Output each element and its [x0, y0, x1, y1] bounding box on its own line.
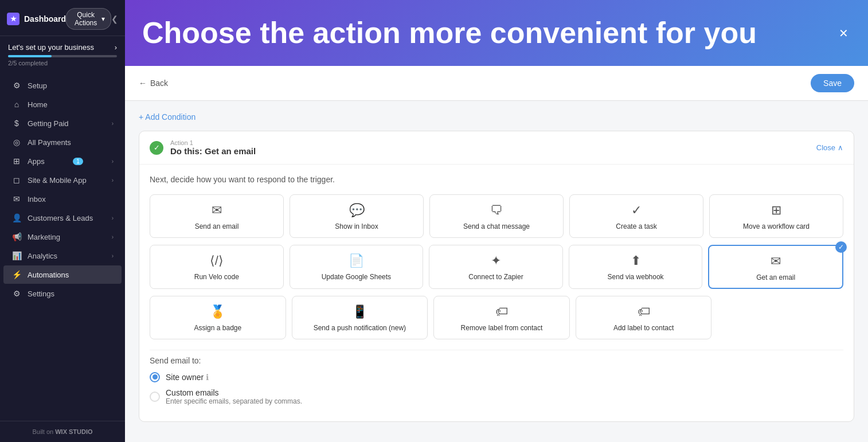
sidebar-item-analytics[interactable]: 📊 Analytics ›	[3, 247, 122, 265]
action-title-group: Action 1 Do this: Get an email	[170, 139, 256, 156]
action-close-button[interactable]: Close ∧	[816, 143, 843, 152]
connect-zapier-label: Connect to Zapier	[468, 273, 523, 282]
close-label: Close	[816, 143, 835, 152]
workflow-topbar: ← Back Save	[125, 66, 868, 101]
overlay-banner: Choose the action more convenient for yo…	[125, 0, 868, 66]
sidebar-item-setup[interactable]: ⚙ Setup	[3, 76, 122, 95]
action-grid: ✉ Send an email 💬 Show in Inbox 🗨 Send a…	[150, 194, 843, 339]
setup-progress-fill	[8, 55, 52, 57]
save-button[interactable]: Save	[811, 74, 854, 92]
create-task-label: Create a task	[616, 222, 656, 232]
home-icon: ⌂	[11, 100, 22, 109]
sidebar-item-label: Automations	[28, 271, 69, 279]
back-button[interactable]: ← Back	[139, 79, 168, 88]
send-email-section: Send email to: Site owner ℹ Custom email…	[150, 350, 843, 405]
sidebar-item-apps[interactable]: ⊞ Apps 1 ›	[3, 152, 122, 170]
sidebar-item-label: Getting Paid	[28, 119, 69, 128]
quick-actions-chevron: ▾	[101, 15, 105, 23]
sidebar-item-automations[interactable]: ⚡ Automations	[3, 265, 122, 284]
banner-close-button[interactable]: ✕	[836, 24, 851, 42]
sidebar-item-label: Analytics	[28, 252, 57, 260]
action-option-show-inbox[interactable]: 💬 Show in Inbox	[290, 194, 424, 238]
send-push-icon: 📱	[352, 304, 367, 319]
action-option-connect-zapier[interactable]: ✦ Connect to Zapier	[429, 245, 563, 290]
setup-link[interactable]: Let's set up your business ›	[8, 43, 117, 52]
sidebar-collapse-button[interactable]: ❮	[111, 14, 118, 24]
sidebar-brand-title: Dashboard	[24, 14, 66, 24]
create-task-icon: ✓	[631, 203, 642, 218]
send-email-label: Send email to:	[150, 356, 843, 365]
all-payments-icon: ◎	[11, 138, 22, 147]
setup-chevron: ›	[115, 43, 117, 52]
action-option-add-label[interactable]: 🏷 Add label to contact	[576, 296, 712, 339]
sidebar-item-inbox[interactable]: ✉ Inbox	[3, 190, 122, 208]
sidebar-item-site-mobile[interactable]: ◻ Site & Mobile App ›	[3, 171, 122, 189]
sidebar-item-home[interactable]: ⌂ Home	[3, 95, 122, 114]
sidebar-item-label: Site & Mobile App	[28, 176, 87, 185]
close-chevron: ∧	[838, 143, 843, 152]
sidebar-brand: ★ Dashboard	[7, 13, 66, 25]
add-condition-label: + Add Condition	[139, 112, 196, 122]
action-row-2: ⟨/⟩ Run Velo code 📄 Update Google Sheets…	[150, 245, 843, 290]
action-option-get-email[interactable]: ✓ ✉ Get an email	[708, 245, 843, 290]
action-option-update-sheets[interactable]: 📄 Update Google Sheets	[290, 245, 424, 290]
show-inbox-icon: 💬	[349, 203, 365, 218]
radio-circle-custom-emails	[150, 392, 160, 402]
sidebar-item-settings[interactable]: ⚙ Settings	[3, 284, 122, 303]
nav-chevron: ›	[112, 234, 114, 240]
action-option-move-workflow[interactable]: ⊞ Move a workflow card	[709, 194, 843, 238]
send-email-icon: ✉	[212, 203, 222, 218]
update-sheets-label: Update Google Sheets	[322, 273, 391, 282]
action-option-remove-label[interactable]: 🏷 Remove label from contact	[433, 296, 570, 339]
recipient-label-site-owner: Site owner ℹ	[166, 373, 209, 382]
automations-icon: ⚡	[11, 270, 22, 279]
send-email-label: Send an email	[195, 222, 239, 232]
action-option-assign-badge[interactable]: 🏅 Assign a badge	[150, 296, 286, 339]
recipient-site-owner[interactable]: Site owner ℹ	[150, 372, 843, 382]
setup-progress-bar	[8, 55, 117, 57]
workflow-content: + Add Condition ✓ Action 1 Do this: Get …	[125, 101, 868, 433]
action-label: Action 1	[170, 139, 256, 146]
sidebar-item-label: Marketing	[28, 233, 60, 241]
action-row-3: 🏅 Assign a badge 📱 Send a push notificat…	[150, 296, 843, 339]
action-option-send-push[interactable]: 📱 Send a push notification (new)	[292, 296, 428, 339]
sidebar-item-label: Settings	[28, 290, 54, 298]
action-description: Next, decide how you want to respond to …	[150, 175, 843, 184]
sidebar-item-label: Home	[28, 100, 48, 109]
sidebar-item-label: Setup	[28, 81, 47, 90]
send-push-label: Send a push notification (new)	[314, 324, 406, 333]
quick-actions-button[interactable]: Quick Actions ▾	[66, 8, 111, 30]
action-header-left: ✓ Action 1 Do this: Get an email	[150, 139, 256, 156]
sidebar-footer: Built on WIX STUDIO	[0, 421, 125, 442]
send-chat-icon: 🗨	[490, 203, 503, 218]
main-area: Choose the action more convenient for yo…	[125, 0, 868, 442]
quick-actions-label: Quick Actions	[72, 11, 99, 27]
setup-progress-text: 2/5 completed	[8, 60, 117, 67]
remove-label-icon: 🏷	[495, 304, 508, 319]
setup-icon: ⚙	[11, 81, 22, 90]
sidebar-item-marketing[interactable]: 📢 Marketing ›	[3, 228, 122, 246]
info-icon[interactable]: ℹ	[206, 373, 209, 382]
back-label: Back	[150, 79, 168, 88]
action-option-create-task[interactable]: ✓ Create a task	[569, 194, 703, 238]
action-option-run-velo[interactable]: ⟨/⟩ Run Velo code	[150, 245, 284, 290]
sidebar-item-getting-paid[interactable]: $ Getting Paid ›	[3, 114, 122, 132]
action-option-send-webhook[interactable]: ⬆ Send via webhook	[569, 245, 703, 290]
action-option-send-chat[interactable]: 🗨 Send a chat message	[429, 194, 564, 238]
add-condition-button[interactable]: + Add Condition	[139, 112, 854, 122]
sidebar-item-customers[interactable]: 👤 Customers & Leads ›	[3, 209, 122, 227]
show-inbox-label: Show in Inbox	[335, 222, 378, 232]
sidebar-item-all-payments[interactable]: ◎ All Payments	[3, 133, 122, 151]
action-check-icon: ✓	[150, 141, 163, 155]
sidebar-item-label: All Payments	[28, 138, 71, 147]
action-title: Do this: Get an email	[170, 146, 256, 156]
action-option-send-email[interactable]: ✉ Send an email	[150, 194, 284, 238]
sidebar: ★ Dashboard Quick Actions ▾ ❮ Let's set …	[0, 0, 125, 442]
action-card: ✓ Action 1 Do this: Get an email Close ∧…	[139, 131, 854, 422]
send-webhook-icon: ⬆	[631, 253, 641, 268]
radio-circle-site-owner	[150, 372, 160, 382]
customers-icon: 👤	[11, 213, 22, 222]
action-body: Next, decide how you want to respond to …	[139, 165, 854, 421]
marketing-icon: 📢	[11, 232, 22, 241]
recipient-custom-emails[interactable]: Custom emails Enter specific emails, sep…	[150, 388, 843, 405]
